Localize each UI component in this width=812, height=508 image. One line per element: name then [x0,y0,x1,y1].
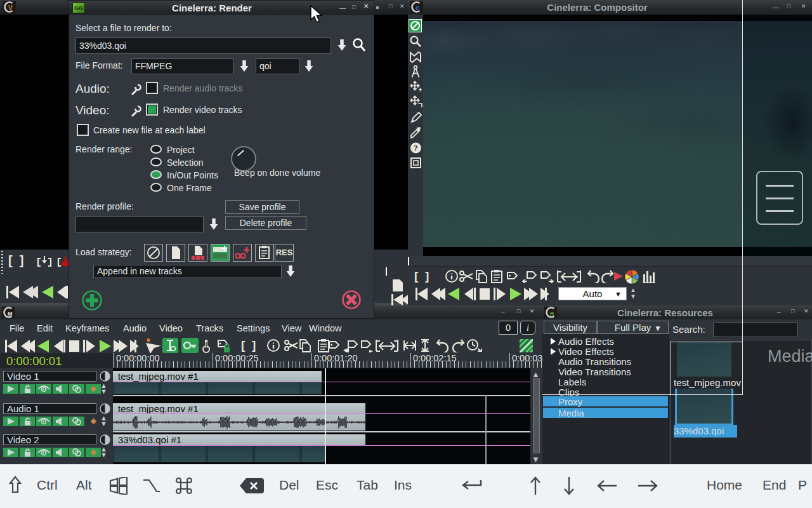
svg-text:R: R [550,311,554,317]
svg-text:c: c [416,4,419,11]
svg-text:V: V [8,4,13,11]
svg-text:?: ? [414,143,418,152]
svg-text:M: M [8,311,13,317]
